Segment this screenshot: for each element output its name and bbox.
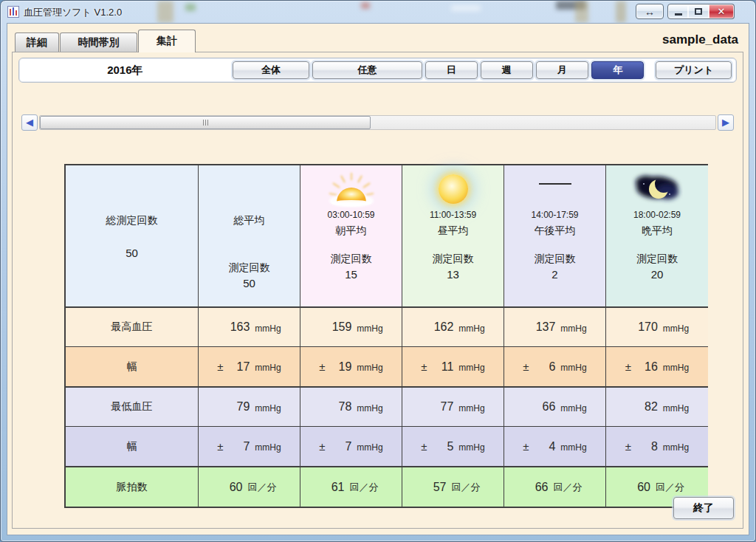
print-button[interactable]: プリント (656, 61, 732, 79)
unit: mmHg (357, 403, 382, 414)
header-title: 総測定回数 (106, 214, 158, 227)
header-noon-average: 11:00-13:59 昼平均 測定回数 13 (402, 165, 504, 307)
unit: mmHg (255, 442, 281, 453)
period-label: 2016年 (24, 64, 227, 78)
window-title: 血圧管理ソフト V1.2.0 (24, 6, 122, 19)
table-cell: ±17mmHg (199, 347, 300, 387)
row-label-systolic-range: 幅 (66, 347, 199, 387)
table-cell: 77mmHg (402, 387, 504, 427)
exit-button[interactable]: 終了 (673, 497, 734, 519)
range-custom-button[interactable]: 任意 (312, 61, 422, 79)
table-cell: 162mmHg (402, 307, 504, 347)
value: 78 (331, 400, 351, 414)
table-cell: 163mmHg (199, 307, 300, 347)
range-year-button[interactable]: 年 (591, 61, 644, 79)
unit: mmHg (357, 323, 382, 334)
table-cell: 159mmHg (300, 307, 402, 347)
unit: mmHg (458, 403, 484, 414)
value: 57 (426, 481, 447, 494)
value: 66 (528, 481, 549, 494)
plus-minus: ± (217, 360, 229, 373)
range-day-button[interactable]: 日 (425, 61, 478, 79)
minimize-glyph (675, 13, 682, 16)
header-count: 50 (243, 277, 255, 289)
table-cell: 170mmHg (606, 307, 708, 347)
minimize-icon[interactable] (667, 4, 689, 19)
value: 162 (433, 320, 453, 334)
unit: mmHg (357, 363, 382, 373)
titlebar-glass-artifact (157, 1, 173, 23)
row-label-diastolic: 最低血圧 (66, 387, 199, 427)
tab-timezone[interactable]: 時間帯別 (60, 32, 137, 52)
value: 6 (535, 360, 555, 374)
header-title: 昼平均 (438, 224, 469, 238)
value: 77 (433, 400, 453, 414)
range-all-button[interactable]: 全体 (233, 61, 310, 79)
titlebar-glass-artifact (361, 2, 370, 9)
close-icon[interactable]: ✕ (709, 4, 735, 19)
header-count: 50 (126, 247, 138, 259)
header-count-label: 測定回数 (636, 253, 678, 266)
header-morning-average: 03:00-10:59 朝平均 測定回数 15 (300, 165, 402, 307)
value: 5 (433, 440, 453, 453)
tab-detail[interactable]: 詳細 (15, 32, 59, 52)
header-title: 朝平均 (336, 224, 367, 238)
horizontal-scrollbar: ◀ ▶ (21, 114, 734, 131)
toolbar: 2016年 全体 任意 日 週 月 年 プリント (18, 58, 737, 83)
value: 60 (222, 481, 243, 494)
header-count-label: 測定回数 (535, 253, 576, 266)
row-label-systolic: 最高血圧 (66, 307, 199, 347)
plus-minus: ± (421, 440, 433, 453)
table-cell: 82mmHg (606, 387, 708, 427)
range-month-button[interactable]: 月 (536, 61, 588, 79)
range-week-button[interactable]: 週 (481, 61, 533, 79)
value: 79 (229, 400, 250, 414)
plus-minus: ± (319, 360, 331, 373)
unit: mmHg (255, 363, 281, 373)
unit: 回／分 (248, 481, 277, 494)
plus-minus: ± (625, 360, 637, 373)
unit: mmHg (663, 363, 689, 373)
unit: mmHg (663, 323, 689, 334)
header-count-label: 測定回数 (331, 253, 372, 266)
value: 170 (637, 320, 658, 334)
header-count: 2 (551, 268, 557, 281)
table-cell: ±4mmHg (504, 427, 606, 467)
scroll-left-arrow-icon[interactable]: ◀ (21, 114, 38, 131)
scrollbar-track[interactable] (39, 115, 716, 130)
table-cell: ±11mmHg (402, 347, 504, 387)
summary-table: 総測定回数 50 総平均 測定回数 50 (64, 164, 708, 508)
dataset-name-label: sample_data (662, 32, 738, 47)
titlebar-glass-artifact (185, 4, 196, 11)
table-cell: ±16mmHg (606, 347, 708, 387)
resize-arrows-icon[interactable]: ↔ (636, 4, 664, 19)
maximize-icon[interactable] (688, 4, 709, 19)
table-cell: 60回／分 (199, 467, 300, 507)
tab-summary[interactable]: 集計 (138, 30, 196, 52)
table-cell: ±6mmHg (504, 347, 606, 387)
header-count: 20 (651, 268, 664, 281)
table-cell: 137mmHg (504, 307, 606, 347)
unit: 回／分 (452, 481, 481, 494)
scroll-right-arrow-icon[interactable]: ▶ (718, 114, 734, 131)
value: 163 (229, 320, 250, 334)
header-time-range: 11:00-13:59 (430, 210, 476, 220)
scrollbar-thumb[interactable] (40, 116, 371, 129)
header-count: 13 (447, 268, 459, 281)
header-count-label: 測定回数 (229, 261, 270, 275)
sunrise-icon (327, 170, 376, 208)
value: 137 (535, 320, 555, 334)
value: 60 (630, 481, 650, 494)
value: 19 (331, 360, 351, 374)
table-cell: ±19mmHg (300, 347, 402, 387)
table-cell: ±7mmHg (199, 427, 300, 467)
close-glyph: ✕ (718, 6, 726, 17)
sun-icon (439, 170, 468, 208)
moon-icon (631, 170, 683, 208)
value: 17 (229, 360, 250, 374)
unit: mmHg (560, 363, 586, 373)
plus-minus: ± (523, 360, 535, 373)
unit: 回／分 (350, 481, 379, 494)
unit: mmHg (663, 403, 689, 414)
value: 159 (331, 320, 351, 334)
